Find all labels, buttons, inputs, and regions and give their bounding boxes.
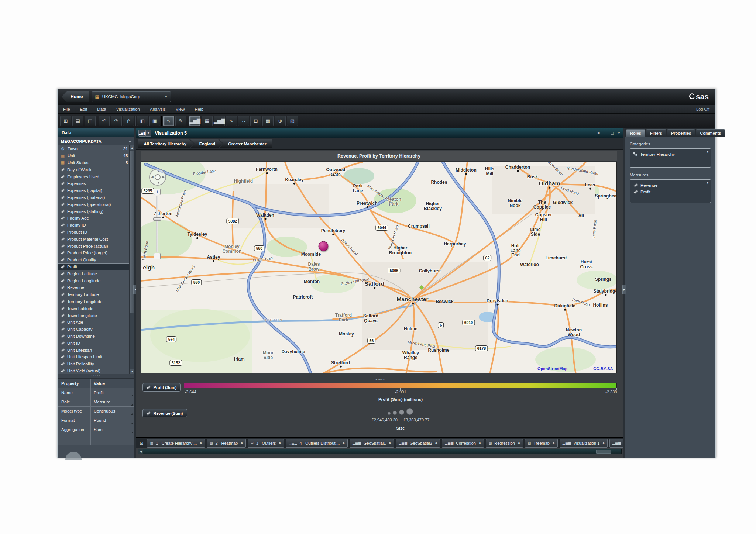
- redo-button[interactable]: ↷: [111, 116, 122, 126]
- dataset-dropdown[interactable]: ▦ UKCMG_MegaCorp ▼: [92, 91, 171, 102]
- separator[interactable]: [135, 116, 136, 126]
- property-value[interactable]: Continuous: [91, 407, 134, 416]
- menu-item[interactable]: Edit: [80, 107, 87, 111]
- zoom-in-button[interactable]: +: [154, 189, 161, 195]
- pan-center-icon[interactable]: [155, 174, 161, 180]
- geo-map[interactable]: FarnworthOutwood GateKearsleyPark LaneMi…: [141, 162, 617, 373]
- chart-type-caret[interactable]: ▼: [146, 130, 151, 137]
- bar-chart-button[interactable]: ▂▅▇: [214, 116, 225, 126]
- right-splitter[interactable]: ▶: [623, 128, 625, 458]
- field-row[interactable]: Region Longitude: [58, 277, 129, 284]
- field-row[interactable]: Facility ID: [58, 222, 129, 229]
- field-row[interactable]: Territory Latitude: [58, 291, 129, 298]
- tab-create-hierarchy[interactable]: ▦ 1 - Create Hierarchy ... ×: [147, 439, 205, 448]
- close-tab-icon[interactable]: ×: [279, 441, 281, 445]
- field-row[interactable]: Town Longitude: [58, 312, 129, 319]
- scatter-plot-button[interactable]: ∴: [238, 116, 249, 126]
- restore-panes-icon[interactable]: ⊡: [138, 440, 145, 447]
- collapse-right-icon[interactable]: ▶: [622, 285, 626, 294]
- menu-item[interactable]: Visualization: [116, 107, 140, 111]
- legend-splitter[interactable]: •••••: [136, 378, 624, 382]
- details-panel-button[interactable]: ◧: [137, 116, 148, 126]
- field-row[interactable]: Unit Lifespan Limit: [58, 354, 129, 361]
- property-value[interactable]: Pound: [91, 416, 134, 425]
- field-row[interactable]: Expenses (staffing): [58, 208, 129, 215]
- geo-map-button[interactable]: ⊕: [275, 116, 286, 126]
- tab-correlation[interactable]: ▂▅▇ Correlation ×: [442, 439, 484, 448]
- field-row[interactable]: Employees Used: [58, 173, 129, 180]
- field-row[interactable]: Unit Age: [58, 319, 129, 326]
- export-button[interactable]: ↱: [123, 116, 134, 126]
- filter-icon[interactable]: ≡: [129, 139, 131, 144]
- field-row[interactable]: ▦ Unit 45: [58, 152, 129, 159]
- menu-item[interactable]: Data: [97, 107, 106, 111]
- field-row[interactable]: Product Price (target): [58, 249, 129, 256]
- pan-up-icon[interactable]: ▲: [157, 170, 160, 173]
- tab-visualization-5[interactable]: ▂▅▇ Visualization: [609, 439, 623, 448]
- new-report-button[interactable]: ⊞: [60, 116, 71, 126]
- arrange-views-button[interactable]: ▣: [149, 116, 160, 126]
- panel-tab[interactable]: Properties: [667, 129, 695, 137]
- property-value[interactable]: Sum: [91, 425, 134, 434]
- auto-chart-button[interactable]: ▂▅▇: [189, 116, 200, 126]
- panel-tab[interactable]: Comments: [696, 129, 725, 137]
- field-row[interactable]: Expenses (operational): [58, 201, 129, 208]
- menu-item[interactable]: Help: [195, 107, 204, 111]
- close-tab-icon[interactable]: ×: [241, 441, 243, 445]
- license-link[interactable]: CC-BY-SA: [593, 366, 613, 371]
- profit-bubble-marker[interactable]: [319, 241, 329, 251]
- field-list-scrollbar[interactable]: ▲ ▼: [129, 145, 134, 374]
- field-row[interactable]: Unit Yield (actual): [58, 368, 129, 375]
- crosstab-button[interactable]: ▩: [262, 116, 274, 126]
- open-button[interactable]: ▤: [72, 116, 83, 126]
- view-options-icon[interactable]: ≡: [597, 131, 599, 135]
- chart-type-icon[interactable]: ▂▅▇: [138, 130, 146, 137]
- panel-tab[interactable]: Filters: [646, 129, 666, 137]
- tab-visualization-1[interactable]: ▂▅▇ Visualization 1 ×: [560, 439, 608, 448]
- hscroll-thumb[interactable]: [596, 450, 611, 454]
- field-row[interactable]: Unit Capacity: [58, 326, 129, 333]
- log-off-link[interactable]: Log Off: [696, 107, 709, 111]
- pan-right-icon[interactable]: ▶: [162, 175, 164, 179]
- field-row[interactable]: Facility Age: [58, 215, 129, 222]
- horizontal-scrollbar[interactable]: ◀: [138, 449, 622, 454]
- panel-splitter[interactable]: •••••: [58, 374, 134, 379]
- scroll-down-icon[interactable]: ▼: [130, 369, 134, 374]
- zoom-out-button[interactable]: −: [154, 253, 161, 259]
- field-row[interactable]: Unit Reliability: [58, 361, 129, 368]
- tab-outliers-distribution[interactable]: ▁▄▂ 4 - Outliers Distributi... ×: [286, 439, 348, 448]
- property-value[interactable]: Profit: [91, 388, 134, 397]
- field-row[interactable]: Day of Week: [58, 166, 129, 173]
- field-row[interactable]: Product Price (actual): [58, 242, 129, 249]
- field-row[interactable]: Unit Downtime: [58, 333, 129, 340]
- close-tab-icon[interactable]: ×: [435, 441, 437, 445]
- field-row[interactable]: Expenses: [58, 180, 129, 187]
- profit-legend-button[interactable]: Profit (Sum): [142, 383, 181, 392]
- tab-heatmap[interactable]: ▩ 2 - Heatmap ×: [207, 439, 246, 448]
- close-tab-icon[interactable]: ×: [553, 441, 555, 445]
- field-row[interactable]: Region Latitude: [58, 270, 129, 277]
- box-plot-button[interactable]: ⊟: [250, 116, 261, 126]
- field-row[interactable]: ⊕ Town 21: [58, 145, 129, 152]
- pan-down-icon[interactable]: ▼: [157, 181, 160, 185]
- pan-left-icon[interactable]: ◀: [151, 175, 153, 179]
- zoom-slider-handle[interactable]: [153, 217, 161, 221]
- line-chart-button[interactable]: ∿: [226, 116, 237, 126]
- save-button[interactable]: ◫: [85, 116, 96, 126]
- collapse-knob[interactable]: [65, 452, 82, 460]
- field-row[interactable]: Product Material Cost: [58, 235, 129, 242]
- separator[interactable]: [97, 116, 97, 126]
- tab-geospatial1[interactable]: ▂▅▇ GeoSpatial1 ×: [350, 439, 394, 448]
- field-row[interactable]: Unit ID: [58, 340, 129, 347]
- openstreetmap-link[interactable]: OpenStreetMap: [537, 366, 567, 371]
- breadcrumb-england[interactable]: England: [190, 139, 223, 148]
- category-item[interactable]: Territory Hierarchy: [633, 151, 708, 158]
- menu-item[interactable]: File: [63, 107, 70, 111]
- tab-outliers[interactable]: ⊟ 3 - Outliers ×: [248, 439, 284, 448]
- close-tab-icon[interactable]: ×: [518, 441, 520, 445]
- measure-item[interactable]: Profit: [633, 189, 708, 195]
- tab-regression[interactable]: ▩ Regression ×: [486, 439, 523, 448]
- separator[interactable]: [188, 116, 188, 126]
- home-button[interactable]: Home: [62, 91, 89, 102]
- field-row[interactable]: Expenses (material): [58, 194, 129, 201]
